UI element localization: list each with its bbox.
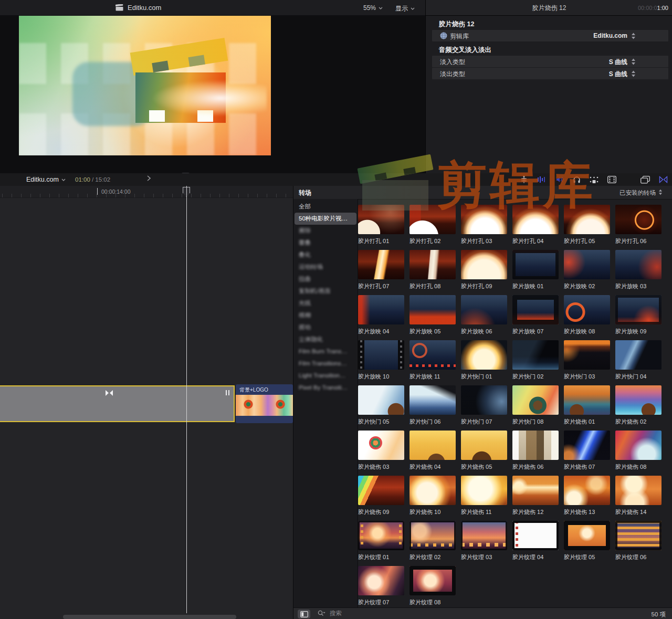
- transition-item[interactable]: 胶片打孔 02: [410, 205, 456, 245]
- sidebar-category[interactable]: 摇动: [295, 321, 356, 333]
- transition-item[interactable]: 胶片放映 06: [461, 295, 507, 335]
- sidebar-category[interactable]: 扭曲: [295, 273, 356, 285]
- display-menu[interactable]: 显示: [395, 4, 415, 13]
- playhead-line[interactable]: [186, 186, 187, 613]
- transition-item[interactable]: 胶片烧伤 08: [615, 431, 662, 470]
- transition-item[interactable]: 胶片纹理 08: [410, 566, 456, 606]
- timeline-hscrollbar[interactable]: [63, 615, 236, 619]
- transition-thumbnail: [461, 295, 507, 324]
- transition-item[interactable]: 胶片烧伤 14: [615, 476, 662, 516]
- transition-item[interactable]: 胶片纹理 07: [358, 566, 404, 606]
- transition-item[interactable]: 胶片快门 01: [461, 340, 507, 380]
- snapping-icon[interactable]: [590, 176, 598, 183]
- sidebar-category[interactable]: 光线: [295, 297, 356, 309]
- transition-thumbnail: [358, 476, 404, 505]
- transition-item[interactable]: 胶片烧伤 05: [461, 431, 507, 470]
- background-logo-clip[interactable]: 背景+LOGO: [236, 384, 293, 423]
- transition-item[interactable]: 胶片快门 03: [564, 340, 610, 380]
- transition-item[interactable]: 胶片打孔 04: [512, 205, 559, 245]
- browser-panels-icon[interactable]: [640, 176, 650, 184]
- film-icon[interactable]: [607, 176, 616, 183]
- transitions-browser-icon[interactable]: [659, 176, 668, 183]
- transition-item[interactable]: 胶片快门 07: [461, 385, 507, 425]
- transition-label: 胶片烧伤 06: [512, 463, 559, 471]
- transition-item[interactable]: 胶片快门 05: [358, 385, 404, 425]
- transition-item[interactable]: 胶片放映 10: [358, 340, 404, 380]
- project-menu[interactable]: Editku.com: [26, 176, 66, 183]
- transition-item[interactable]: 胶片纹理 02: [410, 521, 456, 561]
- sidebar-category[interactable]: 复制机/画面: [295, 285, 356, 297]
- fade-in-value[interactable]: S 曲线: [609, 58, 627, 67]
- sidebar-category[interactable]: 50种电影胶片视…: [295, 213, 356, 225]
- fade-out-row[interactable]: 淡出类型 S 曲线: [432, 68, 668, 79]
- transition-item[interactable]: 胶片快门 08: [512, 385, 559, 425]
- transition-item[interactable]: 胶片纹理 03: [461, 521, 507, 561]
- transition-item[interactable]: 胶片纹理 06: [615, 521, 662, 561]
- sidebar-toggle-button[interactable]: [298, 610, 310, 618]
- transition-item[interactable]: 胶片烧伤 02: [615, 385, 662, 425]
- search-input[interactable]: [329, 610, 436, 617]
- transition-item[interactable]: 胶片放映 11: [410, 340, 456, 380]
- audio-skimming-icon[interactable]: [555, 176, 564, 183]
- transition-item[interactable]: 胶片快门 02: [512, 340, 559, 380]
- transition-item[interactable]: 胶片烧伤 10: [410, 476, 456, 516]
- transition-item[interactable]: 胶片快门 04: [615, 340, 662, 380]
- sidebar-category[interactable]: 叠化: [295, 249, 356, 261]
- sidebar-category[interactable]: 运动转场: [295, 261, 356, 273]
- transition-item[interactable]: 胶片纹理 04: [512, 521, 559, 561]
- transition-item[interactable]: 胶片放映 05: [410, 295, 456, 335]
- timeline-toolbar: Editku.com 01:00 / 15:02: [0, 173, 672, 186]
- transition-item[interactable]: 胶片纹理 01: [358, 521, 404, 561]
- transition-item[interactable]: 胶片放映 02: [564, 250, 610, 290]
- transition-item[interactable]: 胶片打孔 06: [615, 205, 662, 245]
- sidebar-category[interactable]: Film Transitions…: [295, 358, 356, 370]
- transition-item[interactable]: 胶片烧伤 06: [512, 431, 559, 470]
- library-value[interactable]: Editku.com: [593, 32, 627, 39]
- transition-item[interactable]: 胶片烧伤 12: [512, 476, 559, 516]
- transition-item[interactable]: 胶片放映 09: [615, 295, 662, 335]
- transition-item[interactable]: 胶片烧伤 04: [410, 431, 456, 470]
- transition-item[interactable]: 胶片放映 04: [358, 295, 404, 335]
- transition-item[interactable]: 胶片放映 03: [615, 250, 662, 290]
- sidebar-category[interactable]: Pixel By Transiti…: [295, 382, 356, 394]
- transition-item[interactable]: 胶片烧伤 13: [564, 476, 610, 516]
- transition-item[interactable]: 胶片打孔 03: [461, 205, 507, 245]
- sidebar-category[interactable]: 立体隐化: [295, 333, 356, 345]
- transition-label: 胶片放映 11: [410, 373, 456, 381]
- installed-filter[interactable]: 已安装的转场: [620, 189, 663, 197]
- transition-item[interactable]: 胶片纹理 05: [564, 521, 610, 561]
- sidebar-category[interactable]: 模糊: [295, 309, 356, 321]
- sidebar-category[interactable]: 覆叠: [295, 237, 356, 249]
- transition-item[interactable]: 胶片烧伤 11: [461, 476, 507, 516]
- timeline-index-icon[interactable]: [520, 175, 528, 184]
- transition-item[interactable]: 胶片放映 07: [512, 295, 559, 335]
- transition-item[interactable]: 胶片打孔 01: [358, 205, 404, 245]
- library-row[interactable]: 剪辑库 Editku.com: [432, 30, 668, 41]
- sidebar-category[interactable]: Light Transition…: [295, 370, 356, 382]
- timeline-ruler[interactable]: 00:00:14:00: [0, 186, 293, 198]
- transition-item[interactable]: 胶片烧伤 07: [564, 431, 610, 470]
- transition-thumbnail: [512, 431, 559, 460]
- search-field[interactable]: [318, 610, 436, 617]
- transition-clip-selected[interactable]: [0, 385, 235, 422]
- sidebar-category[interactable]: 擦除: [295, 225, 356, 237]
- headphones-icon[interactable]: [573, 176, 581, 184]
- sidebar-category[interactable]: 全部: [295, 201, 356, 213]
- transition-item[interactable]: 胶片放映 01: [512, 250, 559, 290]
- fade-out-value[interactable]: S 曲线: [609, 70, 627, 79]
- skimming-icon[interactable]: [537, 176, 547, 183]
- transition-item[interactable]: 胶片烧伤 01: [564, 385, 610, 425]
- zoom-select[interactable]: 55%: [363, 4, 383, 12]
- transition-item[interactable]: 胶片打孔 07: [358, 250, 404, 290]
- fade-in-row[interactable]: 淡入类型 S 曲线: [432, 56, 668, 67]
- ruler-tick: [182, 194, 182, 197]
- transition-item[interactable]: 胶片烧伤 09: [358, 476, 404, 516]
- transition-item[interactable]: 胶片快门 06: [410, 385, 456, 425]
- transition-item[interactable]: 胶片打孔 05: [564, 205, 610, 245]
- transition-item[interactable]: 胶片烧伤 03: [358, 431, 404, 470]
- chevron-right-icon[interactable]: [147, 175, 151, 181]
- sidebar-category[interactable]: Film Burn Trans…: [295, 345, 356, 358]
- transition-item[interactable]: 胶片放映 08: [564, 295, 610, 335]
- transition-item[interactable]: 胶片打孔 08: [410, 250, 456, 290]
- transition-item[interactable]: 胶片打孔 09: [461, 250, 507, 290]
